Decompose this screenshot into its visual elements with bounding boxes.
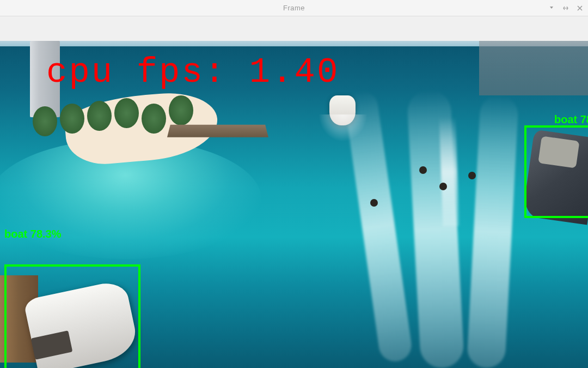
window-controls — [548, 0, 584, 16]
window-title: Frame — [283, 4, 305, 12]
close-icon[interactable] — [576, 4, 584, 12]
scene-tree — [60, 104, 84, 134]
scene-pier — [167, 125, 268, 137]
scene-jetski — [419, 166, 427, 174]
scene-tree — [142, 104, 166, 134]
fps-overlay-text: cpu fps: 1.40 — [46, 53, 339, 92]
frame-viewport: cpu fps: 1.40 boat 78.3% boat 78 — [0, 41, 588, 368]
scene-jetski — [439, 183, 447, 190]
scene-wake — [439, 117, 460, 227]
minimize-icon[interactable] — [548, 4, 555, 12]
scene-jetski — [370, 199, 378, 207]
detection-bbox — [524, 125, 588, 218]
scene-tree — [169, 95, 193, 125]
scene-jetski — [468, 172, 476, 179]
window-titlebar: Frame — [0, 0, 588, 16]
scene-wake — [467, 95, 519, 368]
maximize-icon[interactable] — [562, 4, 569, 12]
detection-bbox — [4, 264, 140, 368]
detection-label: boat 78.3% — [4, 228, 61, 240]
video-frame: cpu fps: 1.40 boat 78.3% boat 78 — [0, 41, 588, 368]
scene-tree — [114, 98, 139, 128]
detection-label: boat 78 — [554, 113, 588, 126]
scene-tree — [33, 106, 57, 136]
scene-tree — [87, 101, 112, 131]
scene-marina — [479, 41, 588, 95]
scene-boat-center — [329, 95, 356, 125]
